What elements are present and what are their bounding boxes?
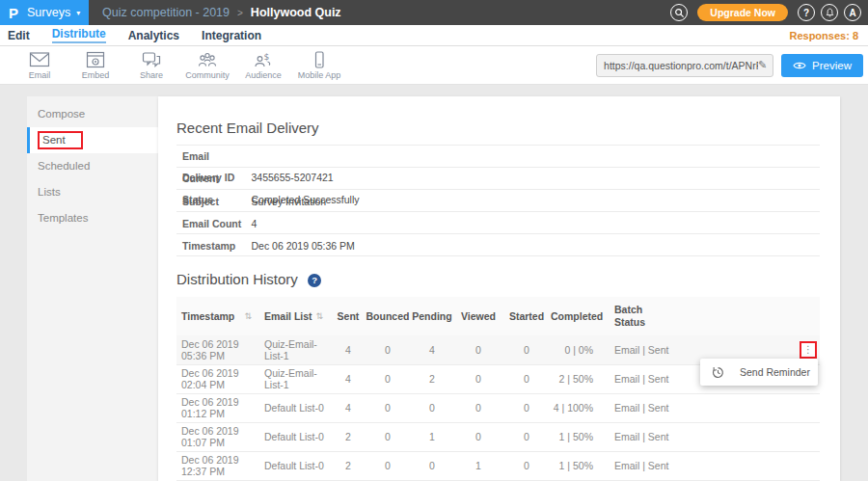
cell-viewed: 0: [454, 364, 502, 393]
cell-actions: [688, 393, 820, 422]
tab-analytics[interactable]: Analytics: [128, 29, 179, 42]
cell-timestamp: Dec 06 2019 05:36 PM: [176, 335, 259, 364]
chevron-down-icon: ▾: [76, 9, 80, 17]
cell-timestamp: Dec 06 2019 01:12 PM: [176, 393, 259, 422]
col-pending: Pending: [410, 297, 454, 335]
tab-edit[interactable]: Edit: [8, 29, 30, 42]
tab-integration[interactable]: Integration: [202, 29, 261, 42]
cell-pending: 0: [410, 451, 454, 480]
breadcrumb-parent[interactable]: Quiz competition - 2019: [102, 6, 230, 19]
cell-started: 0: [502, 393, 551, 422]
cell-sent: 2: [331, 422, 366, 451]
col-email-list[interactable]: Email List⇅: [259, 297, 331, 335]
sort-icon[interactable]: ⇅: [244, 311, 252, 321]
survey-url-value[interactable]: https://qa.questionpro.com/t/APNrFZf2S: [597, 60, 758, 71]
cell-batch-status: Email | Sent: [601, 393, 688, 422]
col-sent: Sent: [331, 297, 366, 335]
svg-text:$: $: [264, 51, 270, 61]
cell-viewed: 0: [454, 393, 502, 422]
detail-row: Subject Survey Invitation: [176, 190, 820, 212]
recent-delivery-title: Recent Email Delivery: [176, 120, 820, 136]
survey-nav: Edit Distribute Analytics Integration Re…: [0, 25, 868, 46]
detail-label: Subject: [176, 191, 247, 212]
row-menu-button[interactable]: ⋮: [800, 341, 817, 359]
cell-completed: 1 | 50%: [551, 422, 601, 451]
sidebar-item-sent[interactable]: Sent: [27, 127, 158, 153]
col-viewed: Viewed: [454, 297, 502, 335]
col-actions: [688, 297, 820, 335]
search-icon: [674, 8, 685, 18]
channel-audience[interactable]: $ Audience: [235, 51, 291, 80]
toolbar-right: https://qa.questionpro.com/t/APNrFZf2S ✎…: [596, 54, 868, 77]
embed-icon: [86, 51, 105, 68]
cell-email-list: Default List-0: [259, 393, 331, 422]
cell-bounced: 0: [366, 451, 410, 480]
cell-actions: [688, 422, 820, 451]
reminder-clock-icon: [712, 366, 724, 379]
sidebar-item-templates[interactable]: Templates: [27, 205, 158, 231]
row-context-menu: Send Reminder: [700, 359, 818, 386]
share-icon: [142, 51, 161, 68]
cell-sent: 2: [331, 451, 366, 480]
history-row[interactable]: Dec 06 2019 01:07 PM Default List-0 2 0 …: [176, 422, 820, 451]
bell-icon: [825, 8, 835, 18]
distribution-history-title: Distribution History ?: [176, 271, 820, 287]
history-row[interactable]: Dec 06 2019 12:37 PM Default List-0 2 0 …: [176, 451, 820, 480]
sort-icon[interactable]: ⇅: [315, 311, 323, 321]
sidebar-item-compose[interactable]: Compose: [27, 101, 158, 127]
table-header-row: Timestamp⇅ Email List⇅ Sent Bounced Pend…: [176, 297, 820, 335]
breadcrumb-separator-icon: >: [237, 8, 243, 18]
tab-distribute[interactable]: Distribute: [52, 27, 106, 43]
survey-url-field[interactable]: https://qa.questionpro.com/t/APNrFZf2S ✎: [596, 54, 773, 77]
cell-started: 0: [502, 364, 551, 393]
history-row[interactable]: Dec 06 2019 01:12 PM Default List-0 4 0 …: [176, 393, 820, 422]
sidebar-item-scheduled[interactable]: Scheduled: [27, 153, 158, 179]
cell-pending: 1: [410, 422, 454, 451]
cell-email-list: Default List-0: [259, 422, 331, 451]
channel-label: Mobile App: [298, 70, 341, 80]
preview-label: Preview: [812, 60, 852, 71]
cell-sent: 4: [331, 364, 366, 393]
surveys-menu[interactable]: Surveys: [27, 6, 70, 19]
channel-label: Share: [140, 70, 163, 80]
channel-label: Audience: [245, 70, 282, 80]
send-reminder-menu-item[interactable]: Send Reminder: [700, 359, 818, 386]
cell-timestamp: Dec 06 2019 01:07 PM: [176, 422, 259, 451]
email-icon: [29, 51, 50, 68]
recent-delivery-table: Email Delivery ID 3455655-5207421 Curren…: [176, 145, 820, 256]
cell-completed: 0 | 0%: [551, 335, 601, 364]
channel-email[interactable]: Email: [12, 51, 68, 80]
channel-embed[interactable]: Embed: [68, 51, 123, 80]
help-button[interactable]: ?: [798, 4, 815, 21]
app-logo-area[interactable]: P Surveys ▾: [0, 0, 89, 25]
distribution-history-label: Distribution History: [176, 271, 298, 287]
notifications-button[interactable]: [821, 4, 838, 21]
avatar[interactable]: A: [844, 4, 861, 21]
cell-started: 0: [502, 451, 551, 480]
subject-value: Survey Invitation: [251, 196, 326, 207]
channel-share[interactable]: Share: [123, 51, 179, 80]
cell-viewed: 1: [454, 451, 502, 480]
cell-completed: 1 | 50%: [551, 451, 601, 480]
preview-button[interactable]: Preview: [781, 54, 863, 77]
cell-batch-status: Email | Sent: [601, 335, 688, 364]
cell-completed: 2 | 50%: [551, 364, 601, 393]
cell-bounced: 0: [366, 364, 410, 393]
cell-viewed: 0: [454, 335, 502, 364]
top-bar: P Surveys ▾ Quiz competition - 2019 > Ho…: [0, 0, 868, 25]
channel-community[interactable]: Community: [179, 51, 235, 80]
channel-mobile-app[interactable]: Mobile App: [291, 51, 347, 80]
history-help-icon[interactable]: ?: [308, 274, 321, 287]
cell-started: 0: [502, 422, 551, 451]
col-timestamp[interactable]: Timestamp⇅: [176, 297, 259, 335]
search-button[interactable]: [670, 4, 688, 21]
col-completed: Completed: [551, 297, 601, 335]
upgrade-now-button[interactable]: Upgrade Now: [697, 4, 788, 21]
topbar-actions: Upgrade Now ? A: [670, 4, 868, 21]
cell-bounced: 0: [366, 335, 410, 364]
edit-url-icon[interactable]: ✎: [758, 59, 773, 71]
responses-count[interactable]: Responses: 8: [789, 30, 858, 41]
sidebar-item-lists[interactable]: Lists: [27, 179, 158, 205]
col-batch-status: Batch Status: [601, 297, 688, 335]
send-reminder-label: Send Reminder: [740, 366, 810, 378]
